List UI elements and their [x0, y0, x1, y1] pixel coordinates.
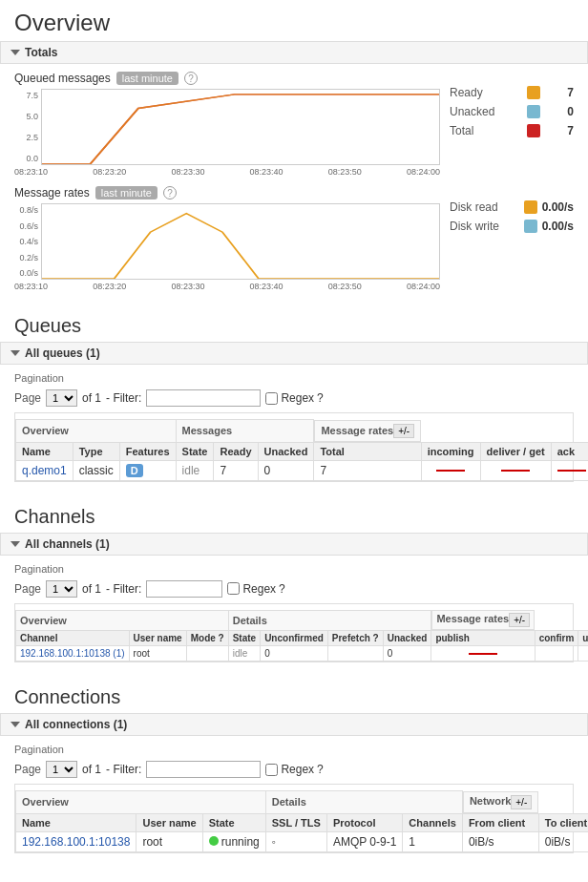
- table-row: 192.168.100.1:10138 (1) root idle 0 0: [16, 646, 589, 662]
- queues-of-text: of 1: [82, 391, 101, 405]
- channels-col-channel: Channel: [16, 631, 130, 646]
- queues-page-select[interactable]: 1: [46, 389, 77, 407]
- channel-name-cell: 192.168.100.1:10138 (1): [16, 646, 130, 662]
- queue-name-link[interactable]: q.demo1: [22, 464, 67, 477]
- table-row: 192.168.100.1:10138 root running ◦ AMQP …: [16, 831, 589, 851]
- queued-messages-help[interactable]: ?: [184, 72, 198, 85]
- queues-filter-label: - Filter:: [106, 391, 141, 405]
- connection-ssl-cell: ◦: [265, 831, 326, 851]
- connections-collapse-icon[interactable]: [10, 722, 20, 727]
- queued-chart-y-axis: 7.5 5.0 2.5 0.0: [14, 89, 41, 165]
- channels-plus-minus[interactable]: +/-: [509, 613, 530, 627]
- queues-content: Pagination Page 1 of 1 - Filter: Regex ?…: [0, 372, 588, 482]
- channel-unconfirmed-cell: 0: [261, 646, 328, 662]
- connections-regex-help[interactable]: ?: [317, 763, 324, 776]
- queue-features-cell: D: [119, 460, 176, 480]
- rates-chart-canvas: [41, 203, 440, 280]
- queues-regex-label[interactable]: Regex ?: [265, 391, 323, 405]
- disk-read-value: 0.00/s: [542, 200, 574, 214]
- queued-messages-badge[interactable]: last minute: [116, 72, 178, 85]
- queue-incoming-cell: [421, 460, 480, 480]
- queues-pagination-label: Pagination: [14, 372, 574, 384]
- totals-collapse-icon[interactable]: [10, 50, 20, 55]
- message-rates-chart-container: Message rates last minute ? 0.8/s 0.6/s …: [14, 186, 440, 291]
- queues-group-rates: Message rates +/-: [314, 420, 421, 442]
- queued-messages-chart-container: Queued messages last minute ? 7.5 5.0 2.…: [14, 72, 440, 177]
- queued-messages-row: Queued messages last minute ? 7.5 5.0 2.…: [14, 72, 574, 177]
- channels-group-rates: Message rates +/-: [431, 610, 535, 630]
- totals-section: Totals Queued messages last minute ? 7.5…: [0, 41, 588, 291]
- channels-filter-input[interactable]: [146, 580, 222, 598]
- message-rates-badge[interactable]: last minute: [95, 186, 158, 200]
- channels-col-mode: Mode ?: [186, 631, 228, 646]
- running-dot: [209, 836, 219, 846]
- connection-state-cell: running: [202, 831, 265, 851]
- connections-regex-checkbox[interactable]: [265, 764, 278, 776]
- connections-page-select[interactable]: 1: [46, 761, 77, 778]
- connections-content: Pagination Page 1 of 1 - Filter: Regex ?…: [0, 744, 588, 853]
- channels-group-overview: Overview: [16, 610, 229, 631]
- channels-title: Channels: [0, 496, 588, 533]
- connections-regex-label[interactable]: Regex ?: [265, 763, 323, 776]
- queue-total-cell: 7: [314, 460, 421, 480]
- channels-regex-help[interactable]: ?: [279, 582, 285, 596]
- table-row: q.demo1 classic D idle 7 0 7: [16, 460, 589, 480]
- unacked-value: 0: [545, 105, 574, 118]
- queues-collapse-icon[interactable]: [10, 350, 20, 356]
- channel-unroutable-cell: [578, 646, 588, 662]
- connection-name-link[interactable]: 192.168.100.1:10138: [22, 835, 130, 849]
- queues-group-messages: Messages: [176, 420, 314, 443]
- connections-col-ssl: SSL / TLS: [265, 813, 326, 831]
- page-title: Overview: [0, 0, 588, 41]
- channel-state-cell: idle: [228, 646, 260, 662]
- queues-group-overview: Overview: [16, 420, 177, 443]
- queued-messages-title: Queued messages last minute ?: [14, 72, 440, 85]
- connection-channels-cell: 1: [403, 831, 463, 851]
- channels-page-select[interactable]: 1: [46, 580, 77, 598]
- queue-feature-badge: D: [126, 464, 143, 477]
- connections-col-state: State: [202, 813, 265, 831]
- channels-collapse-icon[interactable]: [10, 541, 20, 547]
- channels-header: All channels (1): [0, 533, 588, 556]
- queues-pagination: Page 1 of 1 - Filter: Regex ?: [14, 389, 574, 407]
- queue-state-cell: idle: [176, 460, 214, 480]
- message-rates-legend: Disk read 0.00/s Disk write 0.00/s: [450, 186, 574, 239]
- connections-filter-input[interactable]: [146, 761, 261, 778]
- queues-section: Queues All queues (1) Pagination Page 1 …: [0, 305, 588, 482]
- connection-username-cell: root: [136, 831, 202, 851]
- channels-col-state: State: [228, 631, 260, 646]
- connections-plus-minus[interactable]: +/-: [511, 795, 532, 809]
- message-rates-row: Message rates last minute ? 0.8/s 0.6/s …: [14, 186, 574, 291]
- legend-disk-read: Disk read 0.00/s: [450, 200, 574, 214]
- connections-col-to-client: To client: [538, 813, 588, 831]
- channel-name-link[interactable]: 192.168.100.1:10138 (1): [20, 648, 125, 659]
- rates-chart-svg: [42, 204, 439, 279]
- queues-regex-help[interactable]: ?: [317, 391, 324, 405]
- connections-col-name: Name: [16, 813, 136, 831]
- channels-pagination-label: Pagination: [14, 563, 574, 575]
- queues-col-unacked: Unacked: [258, 442, 314, 460]
- queues-plus-minus[interactable]: +/-: [393, 424, 414, 438]
- totals-content: Queued messages last minute ? 7.5 5.0 2.…: [0, 72, 588, 291]
- connections-col-username: User name: [136, 813, 202, 831]
- total-value: 7: [545, 124, 574, 137]
- channels-table-wrapper: Overview Details Message rates +/- Chann…: [14, 603, 574, 663]
- connections-table: Overview Details Network +/- Name User n…: [15, 790, 588, 852]
- connections-header-label: All connections (1): [25, 718, 127, 731]
- connections-group-overview: Overview: [16, 791, 266, 814]
- message-rates-label: Message rates: [14, 186, 90, 200]
- channels-filter-label: - Filter:: [106, 582, 141, 596]
- channels-col-unacked: Unacked: [383, 631, 431, 646]
- channels-table: Overview Details Message rates +/- Chann…: [15, 610, 588, 662]
- channel-username-cell: root: [129, 646, 186, 662]
- total-dot: [527, 124, 540, 137]
- connections-of-text: of 1: [82, 763, 101, 776]
- channels-col-username: User name: [129, 631, 186, 646]
- queues-regex-checkbox[interactable]: [265, 392, 278, 405]
- channels-regex-label[interactable]: Regex ?: [227, 582, 284, 596]
- message-rates-help[interactable]: ?: [163, 186, 177, 200]
- queues-filter-input[interactable]: [146, 389, 261, 407]
- ready-value: 7: [545, 86, 574, 99]
- channels-regex-checkbox[interactable]: [227, 582, 240, 595]
- queue-name-cell: q.demo1: [16, 460, 74, 480]
